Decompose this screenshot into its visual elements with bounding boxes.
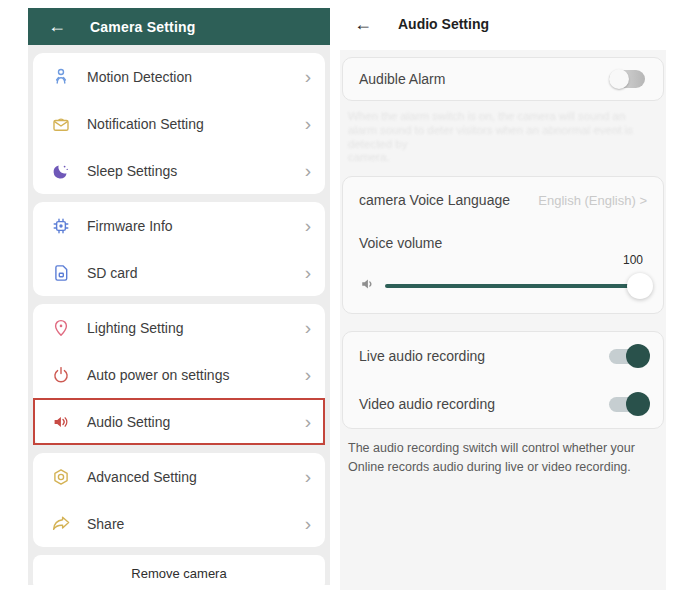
sidebar-item-lighting-setting[interactable]: Lighting Setting ›	[33, 304, 325, 351]
toggle-knob	[609, 69, 629, 89]
faded-line: When the alarm switch is on, the camera …	[348, 110, 648, 124]
item-label: Motion Detection	[87, 69, 305, 85]
item-label: Lighting Setting	[87, 320, 305, 336]
sidebar-item-sleep-settings[interactable]: Sleep Settings ›	[33, 147, 325, 194]
toggle-knob	[626, 392, 650, 416]
toggle-knob	[626, 344, 650, 368]
video-audio-recording-row: Video audio recording	[343, 380, 663, 428]
settings-group-2: Firmware Info › SD card ›	[33, 202, 325, 296]
sidebar-item-firmware-info[interactable]: Firmware Info ›	[33, 202, 325, 249]
audible-alarm-card: Audible Alarm	[342, 57, 664, 101]
audible-alarm-toggle[interactable]	[609, 69, 647, 89]
chevron-right-icon: ›	[305, 216, 311, 235]
voice-volume-slider	[359, 275, 647, 297]
back-arrow-icon[interactable]: ←	[48, 16, 66, 37]
chevron-right-icon: ›	[305, 114, 311, 133]
sidebar-item-notification-setting[interactable]: Notification Setting ›	[33, 100, 325, 147]
remove-camera-label: Remove camera	[131, 566, 226, 581]
camera-setting-header: ← Camera Setting	[28, 8, 330, 45]
speaker-icon	[51, 412, 71, 432]
chip-icon	[51, 216, 71, 236]
item-label: Audio Setting	[87, 414, 305, 430]
video-audio-recording-toggle[interactable]	[609, 394, 647, 414]
chevron-right-icon: ›	[305, 365, 311, 384]
volume-speaker-icon	[359, 275, 377, 297]
video-audio-recording-label: Video audio recording	[359, 396, 495, 412]
camera-settings-screen: ← Camera Setting Motion Detection › Noti…	[0, 0, 680, 604]
recording-note: The audio recording switch will control …	[348, 439, 660, 477]
faded-line: camera.	[348, 151, 648, 165]
chevron-right-icon: ›	[305, 467, 311, 486]
audio-setting-header: ← Audio Setting	[340, 10, 666, 38]
mail-icon	[51, 114, 71, 134]
volume-slider-track[interactable]	[385, 284, 647, 288]
settings-group-3: Lighting Setting › Auto power on setting…	[33, 304, 325, 445]
person-icon	[51, 67, 71, 87]
item-label: Sleep Settings	[87, 163, 305, 179]
camera-setting-panel: ← Camera Setting Motion Detection › Noti…	[28, 8, 330, 585]
voice-volume-value: 100	[623, 253, 643, 267]
item-label: Share	[87, 516, 305, 532]
moon-icon	[51, 161, 71, 181]
settings-group-4: Advanced Setting › Share ›	[33, 453, 325, 547]
item-label: Auto power on settings	[87, 367, 305, 383]
faded-description-text: When the alarm switch is on, the camera …	[348, 110, 648, 165]
chevron-right-icon: ›	[305, 514, 311, 533]
item-label: Advanced Setting	[87, 469, 305, 485]
audio-setting-panel: ← Audio Setting Audible Alarm When the a…	[340, 10, 666, 590]
recording-card: Live audio recording Video audio recordi…	[342, 331, 664, 429]
item-label: Firmware Info	[87, 218, 305, 234]
sidebar-item-auto-power-on[interactable]: Auto power on settings ›	[33, 351, 325, 398]
live-audio-recording-toggle[interactable]	[609, 346, 647, 366]
sidebar-item-motion-detection[interactable]: Motion Detection ›	[33, 53, 325, 100]
remove-camera-button[interactable]: Remove camera	[33, 555, 325, 591]
chevron-right-icon: ›	[305, 412, 311, 431]
settings-group-1: Motion Detection › Notification Setting …	[33, 53, 325, 194]
item-label: Notification Setting	[87, 116, 305, 132]
voice-settings-card: camera Voice Language English (English) …	[342, 176, 664, 314]
faded-line: alarm sound to deter visitors when an ab…	[348, 124, 648, 152]
sidebar-item-audio-setting[interactable]: Audio Setting ›	[33, 398, 325, 445]
share-icon	[51, 514, 71, 534]
sidebar-item-advanced-setting[interactable]: Advanced Setting ›	[33, 453, 325, 500]
voice-volume-label: Voice volume	[359, 235, 647, 251]
voice-language-label: camera Voice Language	[359, 192, 510, 208]
volume-slider-thumb[interactable]	[627, 273, 653, 299]
voice-language-row[interactable]: camera Voice Language English (English) …	[359, 192, 647, 208]
chevron-right-icon: ›	[305, 318, 311, 337]
camera-setting-title: Camera Setting	[90, 19, 196, 35]
sd-card-icon	[51, 263, 71, 283]
back-arrow-icon[interactable]: ←	[354, 14, 372, 35]
chevron-right-icon: ›	[305, 67, 311, 86]
audio-setting-content: Audible Alarm When the alarm switch is o…	[340, 50, 666, 590]
chevron-right-icon: ›	[305, 161, 311, 180]
audio-setting-title: Audio Setting	[398, 16, 489, 32]
chevron-right-icon: ›	[305, 263, 311, 282]
sidebar-item-sd-card[interactable]: SD card ›	[33, 249, 325, 296]
pin-icon	[51, 318, 71, 338]
camera-setting-list: Motion Detection › Notification Setting …	[28, 45, 330, 585]
power-icon	[51, 365, 71, 385]
live-audio-recording-row: Live audio recording	[343, 332, 663, 380]
nut-icon	[51, 467, 71, 487]
voice-language-value[interactable]: English (English) >	[538, 193, 647, 208]
voice-volume-slider-zone: 100	[359, 253, 647, 295]
item-label: SD card	[87, 265, 305, 281]
sidebar-item-share[interactable]: Share ›	[33, 500, 325, 547]
audible-alarm-label: Audible Alarm	[359, 71, 445, 87]
live-audio-recording-label: Live audio recording	[359, 348, 485, 364]
